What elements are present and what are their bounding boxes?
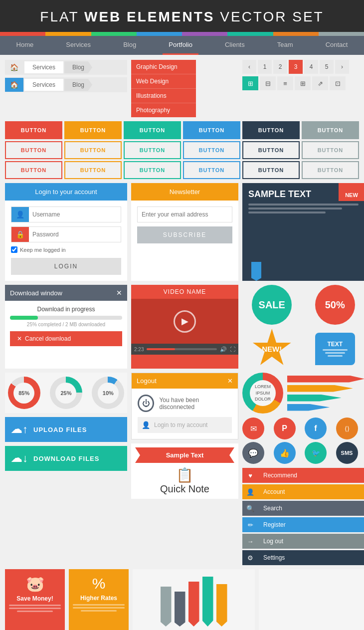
view-details-icon[interactable]: ⊞: [295, 76, 311, 90]
btn-dark-2[interactable]: BUTTON: [242, 141, 300, 159]
dropdown-item-3[interactable]: Illustrations: [131, 89, 196, 103]
dropdown-item-4[interactable]: Photography: [131, 103, 196, 117]
like-icon[interactable]: 👍: [274, 442, 296, 464]
progress-info: 25% completed / 2 MB downloaded: [10, 322, 122, 327]
page-1[interactable]: 1: [258, 60, 272, 74]
btn-yellow-2[interactable]: BUTTON: [64, 141, 122, 159]
page-next[interactable]: ›: [335, 60, 349, 74]
left-col: 85% 25% 10% ☁↑ UPLOAD FILES: [5, 373, 127, 565]
logout-close-icon[interactable]: ✕: [227, 377, 233, 385]
view-grid-icon[interactable]: ⊞: [242, 76, 258, 90]
export-icon[interactable]: ⊡: [330, 76, 346, 90]
higher-title: Higher Rates: [73, 595, 125, 602]
nav-team[interactable]: Team: [271, 36, 299, 55]
btn-gray-2[interactable]: BUTTON: [302, 141, 359, 159]
btn-blue-3[interactable]: BUTTON: [183, 161, 240, 179]
download-icon: ☁↓: [11, 452, 28, 465]
power-icon: ⏻: [138, 395, 154, 412]
btn-blue-2[interactable]: BUTTON: [183, 141, 240, 159]
btn-gray-1[interactable]: BUTTON: [302, 121, 359, 139]
btn-blue-1[interactable]: BUTTON: [183, 121, 240, 139]
btn-yellow-3[interactable]: BUTTON: [64, 161, 122, 179]
sms-icon[interactable]: SMS: [336, 442, 358, 464]
page-3[interactable]: 3: [289, 60, 303, 74]
close-icon[interactable]: ✕: [116, 289, 122, 297]
chart-10: 10%: [92, 377, 124, 409]
dropdown-menu: Graphic Design Web Design Illustrations …: [131, 60, 238, 117]
twitter-icon[interactable]: 🐦: [305, 442, 327, 464]
mail-icon[interactable]: ✉: [242, 418, 264, 439]
dropdown-item-2[interactable]: Web Design: [131, 74, 196, 89]
play-button[interactable]: ▶: [174, 310, 196, 333]
sample-card-lines: [248, 204, 359, 213]
btn-yellow-1[interactable]: BUTTON: [64, 121, 122, 139]
bookmark-yellow: [216, 584, 227, 627]
btn-red-3[interactable]: BUTTON: [5, 161, 62, 179]
action-recommend[interactable]: ♥ Recommend: [242, 468, 364, 483]
nav-blog[interactable]: Blog: [117, 36, 142, 55]
view-grid2-icon[interactable]: ⊟: [260, 76, 276, 90]
sample-text-ribbon: Sample Text: [135, 447, 234, 463]
breadcrumbs-col: 🏠 Services Blog 🏠 Services Blog: [5, 60, 127, 117]
action-account[interactable]: 👤 Account: [242, 484, 364, 499]
card-ribbon: [251, 262, 261, 281]
middle-col: Logout ✕ ⏻ You have been disconnected 👤 …: [131, 373, 238, 565]
video-player[interactable]: ▶: [131, 299, 238, 344]
fullscreen-icon[interactable]: ⛶: [230, 346, 235, 352]
btn-red-1[interactable]: BUTTON: [5, 121, 62, 139]
higher-rates-card: % Higher Rates: [69, 569, 129, 630]
action-settings[interactable]: ⚙ Settings: [242, 550, 364, 565]
dropdown-item-1[interactable]: Graphic Design: [131, 60, 196, 74]
remember-checkbox[interactable]: [11, 246, 17, 253]
remember-label: Keep me logged in: [20, 247, 66, 253]
btn-gray-3[interactable]: BUTTON: [302, 161, 359, 179]
share-social-icon[interactable]: ⟨⟩: [336, 418, 358, 439]
video-progress-bar[interactable]: [147, 348, 217, 350]
bookmark-teal: [202, 577, 213, 627]
facebook-icon[interactable]: f: [305, 418, 327, 439]
chat-icon[interactable]: 💬: [242, 442, 264, 464]
page-5[interactable]: 5: [320, 60, 334, 74]
progress-bar-bg: [10, 316, 122, 320]
page-prev[interactable]: ‹: [242, 60, 256, 74]
right-col: LOREMIPSUMDOLOR ✉ P f ⟨⟩ 💬 👍 🐦 S: [242, 373, 364, 565]
badge-text: TEXT: [315, 333, 355, 365]
login-link[interactable]: 👤 Login to my account: [138, 417, 232, 433]
nav-portfolio[interactable]: Portfolio: [163, 36, 198, 55]
share-icon[interactable]: ⇗: [312, 76, 328, 90]
password-input[interactable]: [29, 227, 121, 241]
email-input[interactable]: [137, 207, 232, 222]
btn-red-2[interactable]: BUTTON: [5, 141, 62, 159]
pinterest-icon[interactable]: P: [274, 418, 296, 439]
page-2[interactable]: 2: [273, 60, 287, 74]
btn-dark-1[interactable]: BUTTON: [242, 121, 300, 139]
btn-green-3[interactable]: BUTTON: [124, 161, 181, 179]
color-bar: [0, 32, 364, 36]
nav-clients[interactable]: Clients: [219, 36, 251, 55]
nav-contact[interactable]: Contact: [320, 36, 354, 55]
user-icon: 👤: [142, 421, 150, 429]
nav-home[interactable]: Home: [10, 36, 40, 55]
username-input[interactable]: [29, 208, 121, 221]
progress-bar-fill: [10, 316, 38, 320]
nav-services[interactable]: Services: [60, 36, 97, 55]
upload-files-button[interactable]: ☁↑ UPLOAD FILES: [5, 417, 127, 442]
action-register[interactable]: ✏ Register: [242, 517, 364, 532]
sample-card: SAMPLE TEXT NEW: [242, 183, 364, 281]
view-list-icon[interactable]: ≡: [277, 76, 293, 90]
login-button[interactable]: LOGIN: [11, 258, 121, 275]
video-title: VIDEO NAME: [131, 285, 238, 299]
quick-note-text: Quick Note: [135, 483, 234, 495]
btn-dark-3[interactable]: BUTTON: [242, 161, 300, 179]
cancel-download-button[interactable]: ✕ Cancel download: [10, 331, 122, 346]
btn-green-1[interactable]: BUTTON: [124, 121, 181, 139]
volume-icon[interactable]: 🔊: [220, 346, 227, 353]
action-logout[interactable]: → Log out: [242, 534, 364, 549]
download-files-button[interactable]: ☁↓ DOWNLOAD FILES: [5, 446, 127, 471]
chart-25: 25%: [50, 377, 82, 409]
subscribe-button[interactable]: SUBSCRIBE: [137, 226, 232, 243]
page-4[interactable]: 4: [304, 60, 318, 74]
username-icon: 👤: [11, 207, 29, 222]
action-search[interactable]: 🔍 Search: [242, 501, 364, 516]
btn-green-2[interactable]: BUTTON: [124, 141, 181, 159]
